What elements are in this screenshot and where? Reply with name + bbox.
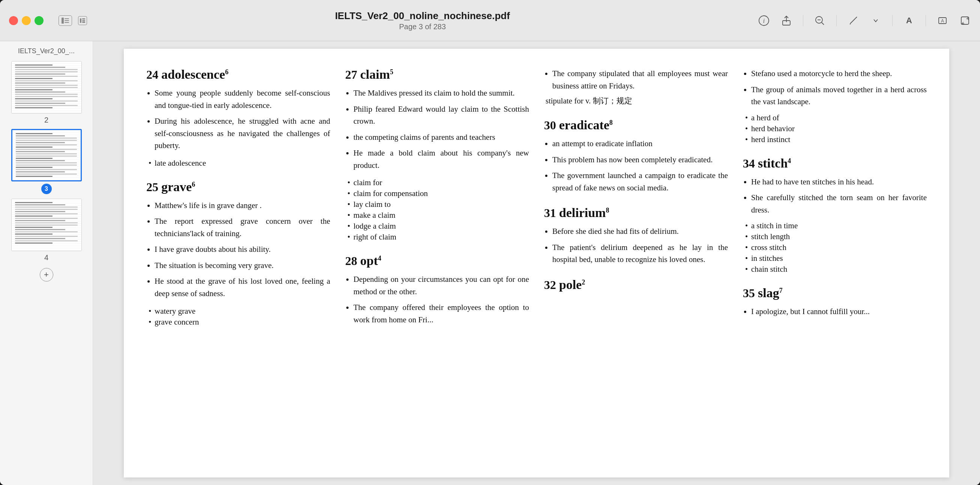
sidebar-toggle-button[interactable] — [59, 15, 72, 26]
zoom-out-icon[interactable] — [814, 14, 826, 27]
sidebar-filename-label: IELTS_Ver2_00_... — [3, 46, 90, 57]
heading-25: 25 grave6 — [146, 180, 330, 194]
word-claim: claim5 — [360, 67, 393, 82]
word-number-27: 27 — [345, 68, 357, 82]
titlebar: IELTS_Ver2_00_noline_nochinese.pdf Page … — [0, 0, 980, 41]
svg-text:A: A — [941, 18, 944, 24]
thumbnail-image-2[interactable] — [11, 61, 82, 114]
col-4: Stefano used a motorcycle to herd the sh… — [743, 67, 927, 339]
bullet-item: This problem has now been completely era… — [552, 154, 728, 166]
window-resize-icon[interactable] — [959, 14, 971, 27]
pdf-page: 24 adolescence6 Some young people sudden… — [124, 49, 949, 477]
heading-34: 34 stitch4 — [743, 156, 927, 171]
add-page-button[interactable]: + — [40, 268, 53, 282]
section-28: 28 opt4 Depending on your circumstances … — [345, 254, 529, 326]
phrase-item: in stitches — [743, 254, 927, 263]
section-30: 30 eradicate8 an attempt to eradicate in… — [544, 118, 728, 194]
toolbar-divider-4 — [926, 15, 926, 26]
thumbnail-page-2[interactable]: 2 — [3, 61, 90, 124]
section-32: 32 pole2 — [544, 278, 728, 292]
minimize-button[interactable] — [22, 16, 31, 25]
markup-icon[interactable]: A — [903, 14, 915, 27]
sidebar: IELTS_Ver2_00_... — [0, 41, 93, 485]
view-toggle-button[interactable] — [78, 16, 87, 25]
pdf-page-info: Page 3 of 283 — [399, 22, 446, 31]
heading-27: 27 claim5 — [345, 67, 529, 82]
section-31: 31 delirium8 Before she died she had fit… — [544, 206, 728, 266]
svg-line-14 — [850, 18, 856, 24]
text-tool-icon[interactable]: A — [937, 14, 948, 27]
bullets-claim: The Maldives pressed its claim to hold t… — [345, 87, 529, 171]
phrase-item: claim for — [345, 178, 529, 187]
phrase-item: claim for compensation — [345, 189, 529, 198]
bullet-item: She carefully stitched the torn seam on … — [751, 192, 927, 216]
pdf-content-area[interactable]: 24 adolescence6 Some young people sudden… — [93, 41, 980, 485]
chevron-down-icon[interactable] — [870, 14, 882, 27]
word-slag: slag7 — [758, 286, 783, 300]
thumbnail-page-4[interactable]: 4 — [3, 199, 90, 262]
bullet-item: the competing claims of parents and teac… — [353, 131, 529, 144]
info-icon[interactable]: i — [758, 14, 770, 27]
word-number-32: 32 — [544, 278, 556, 292]
word-grave: grave6 — [161, 180, 195, 194]
thumbnail-image-3[interactable] — [11, 129, 82, 181]
phrase-item: herd instinct — [743, 135, 927, 144]
col-3: The company stipulated that all employee… — [544, 67, 728, 339]
phrase-item: grave concern — [146, 317, 330, 327]
bullet-item: Depending on your circumstances you can … — [353, 273, 529, 298]
thumbnail-image-4[interactable] — [11, 199, 82, 251]
svg-text:A: A — [906, 16, 912, 25]
phrase-item: chain stitch — [743, 265, 927, 274]
toolbar-right: i — [758, 14, 971, 27]
title-info: IELTS_Ver2_00_noline_nochinese.pdf Page … — [93, 10, 752, 31]
bullet-item: The situation is becoming very grave. — [154, 259, 330, 272]
phrase-item: right of claim — [345, 232, 529, 242]
heading-30: 30 eradicate8 — [544, 118, 728, 132]
phrase-item: watery grave — [146, 307, 330, 316]
bullet-item: The report expressed grave concern over … — [154, 215, 330, 239]
phrase-item: late adolescence — [146, 158, 330, 168]
main-area: IELTS_Ver2_00_... — [0, 41, 980, 485]
phrase-item: a stitch in time — [743, 221, 927, 230]
maximize-button[interactable] — [35, 16, 43, 25]
share-icon[interactable] — [780, 14, 792, 27]
section-27: 27 claim5 The Maldives pressed its claim… — [345, 67, 529, 242]
traffic-lights — [9, 16, 43, 25]
app-window: IELTS_Ver2_00_noline_nochinese.pdf Page … — [0, 0, 980, 485]
bullet-item: The company stipulated that all employee… — [552, 67, 728, 92]
svg-rect-2 — [65, 20, 69, 21]
page-badge-3: 3 — [41, 184, 52, 194]
bullet-item: The group of animals moved together in a… — [751, 84, 927, 108]
bullets-slag: I apologize, but I cannot fulfill your..… — [743, 306, 927, 318]
bullets-eradicate: an attempt to eradicate inflation This p… — [544, 138, 728, 194]
bullet-item: He made a bold claim about his company's… — [353, 147, 529, 171]
annotate-icon[interactable] — [847, 14, 859, 27]
phrase-item: cross stitch — [743, 243, 927, 252]
word-stitch: stitch4 — [758, 156, 791, 171]
page-num-4: 4 — [44, 254, 48, 262]
phrase-item: lay claim to — [345, 200, 529, 209]
bullet-item: The patient's delirium deepened as he la… — [552, 241, 728, 266]
bullets-stitch: He had to have ten stitches in his head.… — [743, 176, 927, 216]
section-35: 35 slag7 I apologize, but I cannot fulfi… — [743, 286, 927, 318]
close-button[interactable] — [9, 16, 18, 25]
heading-35: 35 slag7 — [743, 286, 927, 300]
word-pole: pole2 — [559, 278, 585, 292]
svg-rect-0 — [62, 17, 64, 24]
bullets-opt: Depending on your circumstances you can … — [345, 273, 529, 326]
bullets-stipulate: The company stipulated that all employee… — [544, 67, 728, 92]
word-delirium: delirium8 — [559, 206, 609, 220]
bullets-grave: Matthew's life is in grave danger . The … — [146, 200, 330, 300]
bullet-item: Matthew's life is in grave danger . — [154, 200, 330, 212]
bullet-item: I have grave doubts about his ability. — [154, 243, 330, 256]
col-2: 27 claim5 The Maldives pressed its claim… — [345, 67, 529, 339]
phrase-item: make a claim — [345, 211, 529, 220]
bullet-item: Before she died she had fits of delirium… — [552, 225, 728, 238]
bullet-item: The Maldives pressed its claim to hold t… — [353, 87, 529, 99]
svg-rect-3 — [65, 22, 69, 23]
section-34: 34 stitch4 He had to have ten stitches i… — [743, 156, 927, 274]
heading-24: 24 adolescence6 — [146, 67, 330, 82]
thumbnail-page-3[interactable]: 3 — [3, 129, 90, 194]
svg-rect-7 — [82, 22, 85, 23]
phrase-item: lodge a claim — [345, 222, 529, 231]
